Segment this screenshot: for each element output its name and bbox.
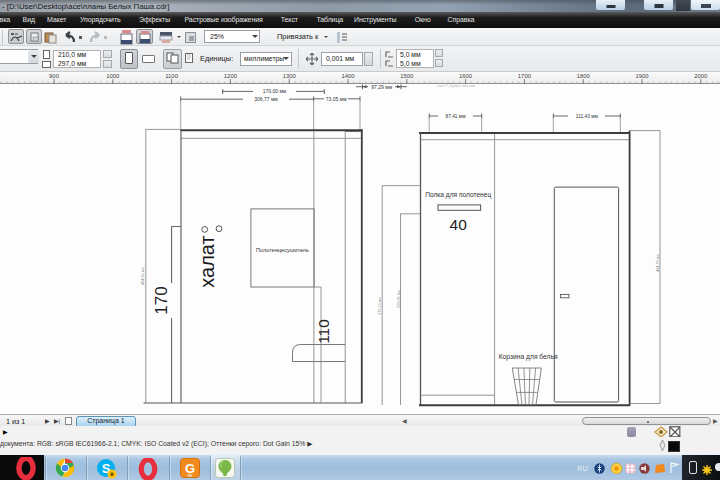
svg-text:320,05 мм: 320,05 мм [397,290,401,308]
svg-text:1100: 1100 [165,73,178,79]
svg-text:2000: 2000 [694,73,708,79]
svg-text:смл 7,2у/вит мм мм: смл 7,2у/вит мм мм [437,83,475,88]
svg-text:110: 110 [315,319,332,344]
svg-text:900: 900 [49,73,60,79]
svg-text:40: 40 [450,216,468,233]
svg-text:1500: 1500 [400,73,414,79]
svg-text:Полка для полотенец: Полка для полотенец [425,191,491,199]
svg-text:464,70 мм: 464,70 мм [656,254,660,272]
svg-text:170,00 мм: 170,00 мм [263,88,287,94]
svg-text:1300: 1300 [283,73,297,79]
svg-text:306,77 мм: 306,77 мм [254,96,278,102]
svg-text:800: 800 [0,73,1,79]
svg-text:Корзина для белья: Корзина для белья [499,353,558,361]
svg-text:МБ: МБ [187,474,193,478]
svg-text:1800: 1800 [577,73,591,79]
svg-text:1700: 1700 [518,73,532,79]
svg-text:1200: 1200 [224,73,238,79]
svg-text:халат: халат [196,235,218,287]
svg-text:464,55 мм: 464,55 мм [141,267,145,285]
svg-text:372,13 мм: 372,13 мм [378,297,382,315]
svg-text:Полотенцесушитель: Полотенцесушитель [256,247,309,253]
svg-text:1600: 1600 [459,73,473,79]
svg-text:1400: 1400 [341,73,355,79]
svg-text:170: 170 [152,286,171,314]
svg-text:97,29 мм: 97,29 мм [371,84,392,90]
svg-text:111,43 мм: 111,43 мм [576,114,598,119]
svg-text:1900: 1900 [635,73,649,79]
svg-text:1000: 1000 [106,73,120,79]
svg-text:87,41 мм: 87,41 мм [446,114,466,119]
svg-text:73,05 мм: 73,05 мм [326,96,347,102]
